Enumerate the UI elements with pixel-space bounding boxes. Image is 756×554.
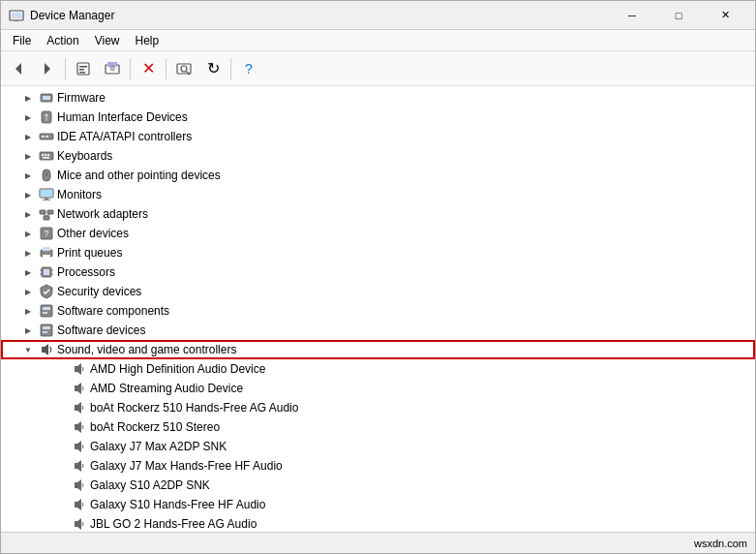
galaxy-s10-hf-label: Galaxy S10 Hands-Free HF Audio (90, 498, 265, 511)
expand-icon[interactable]: ▶ (20, 264, 36, 280)
main-content: ▶ Firmware ▶ Human Interface Devices ▶ (1, 86, 755, 532)
svg-rect-23 (45, 136, 48, 138)
expand-icon[interactable]: ▶ (20, 206, 36, 222)
expand-icon[interactable]: ▶ (20, 148, 36, 164)
app-icon (9, 8, 24, 23)
menu-help[interactable]: Help (128, 30, 167, 51)
svg-marker-63 (75, 460, 81, 472)
list-item[interactable]: Galaxy S10 A2DP SNK (1, 476, 755, 495)
print-label: Print queues (57, 246, 122, 260)
svg-marker-61 (75, 421, 81, 433)
list-item[interactable]: ▶ Print queues (1, 243, 755, 262)
galaxy-j7-snk-label: Galaxy J7 Max A2DP SNK (90, 440, 227, 453)
list-item[interactable]: ▶ Firmware (1, 88, 755, 108)
svg-rect-26 (45, 154, 46, 156)
expand-icon (53, 381, 69, 396)
expand-icon[interactable]: ▶ (20, 109, 36, 125)
device-manager-window: Device Manager ─ □ ✕ File Action View He… (0, 0, 756, 554)
list-item[interactable]: ▶ Keyboards (1, 146, 755, 166)
title-bar: Device Manager ─ □ ✕ (1, 1, 755, 30)
restore-button[interactable]: □ (656, 1, 701, 30)
expand-icon[interactable]: ▶ (20, 323, 36, 338)
back-button[interactable] (5, 55, 32, 82)
uninstall-button[interactable]: ✕ (135, 55, 162, 82)
sound-controllers-item[interactable]: ▼ Sound, video and game controllers (1, 340, 755, 359)
svg-rect-43 (43, 247, 50, 251)
expand-sound-icon[interactable]: ▼ (20, 342, 36, 357)
close-button[interactable]: ✕ (703, 1, 747, 30)
expand-icon[interactable]: ▶ (20, 303, 36, 319)
expand-icon (53, 477, 69, 493)
list-item[interactable]: ▶ Mice and other pointing devices (1, 166, 755, 185)
print-icon (39, 245, 54, 261)
list-item[interactable]: boAt Rockerz 510 Stereo (1, 417, 755, 437)
refresh-button[interactable]: ↻ (199, 55, 227, 82)
menu-file[interactable]: File (5, 30, 39, 51)
list-item[interactable]: ▶ Security devices (1, 282, 755, 301)
svg-rect-52 (43, 307, 50, 310)
list-item[interactable]: ▶ Software devices (1, 321, 755, 340)
list-item[interactable]: Galaxy J7 Max Hands-Free HF Audio (1, 456, 755, 476)
audio-device-icon (72, 458, 87, 474)
list-item[interactable]: ▶ Monitors (1, 185, 755, 204)
expand-icon[interactable]: ▶ (20, 226, 36, 241)
svg-marker-66 (75, 518, 81, 530)
expand-icon[interactable]: ▶ (20, 90, 36, 106)
svg-rect-34 (43, 200, 50, 200)
svg-marker-4 (15, 63, 21, 75)
list-item[interactable]: boAt Rockerz 510 Hands-Free AG Audio (1, 398, 755, 417)
scan-button[interactable] (170, 55, 197, 82)
help-button[interactable]: ? (235, 55, 262, 82)
amd-stream-label: AMD Streaming Audio Device (90, 382, 243, 395)
software-dev-label: Software devices (57, 323, 145, 337)
menu-view[interactable]: View (87, 30, 128, 51)
expand-icon[interactable]: ▶ (20, 187, 36, 202)
list-item[interactable]: ▶ ? Other devices (1, 224, 755, 243)
svg-point-19 (45, 114, 48, 117)
expand-icon (53, 400, 69, 416)
expand-icon (53, 516, 69, 532)
device-tree[interactable]: ▶ Firmware ▶ Human Interface Devices ▶ (1, 86, 755, 532)
expand-icon (53, 497, 69, 512)
forward-button[interactable] (34, 55, 61, 82)
svg-marker-64 (75, 479, 81, 491)
list-item[interactable]: AMD Streaming Audio Device (1, 379, 755, 398)
svg-rect-55 (43, 326, 50, 329)
list-item[interactable]: ▶ Software components (1, 301, 755, 321)
svg-rect-36 (47, 210, 53, 214)
list-item[interactable]: ▶ IDE ATA/ATAPI controllers (1, 127, 755, 146)
list-item[interactable]: Galaxy S10 Hands-Free HF Audio (1, 495, 755, 514)
svg-rect-37 (44, 216, 49, 220)
boat-510-ag-label: boAt Rockerz 510 Hands-Free AG Audio (90, 401, 298, 415)
security-icon (39, 284, 54, 299)
galaxy-s10-snk-label: Galaxy S10 A2DP SNK (90, 478, 210, 492)
minimize-button[interactable]: ─ (610, 1, 654, 30)
menu-action[interactable]: Action (39, 30, 86, 51)
properties-button[interactable] (70, 55, 97, 82)
expand-icon[interactable]: ▶ (20, 168, 36, 183)
svg-rect-53 (43, 312, 47, 314)
audio-device-icon (72, 381, 87, 396)
expand-icon[interactable]: ▶ (20, 129, 36, 144)
expand-icon[interactable]: ▶ (20, 245, 36, 261)
audio-device-icon (72, 361, 87, 377)
expand-icon[interactable]: ▶ (20, 284, 36, 299)
list-item[interactable]: Galaxy J7 Max A2DP SNK (1, 437, 755, 456)
svg-rect-9 (79, 72, 85, 74)
list-item[interactable]: AMD High Definition Audio Device (1, 359, 755, 379)
svg-text:⚙: ⚙ (109, 65, 115, 72)
list-item[interactable]: ▶ Network adapters (1, 204, 755, 224)
monitors-icon (39, 187, 54, 202)
list-item[interactable]: ▶ Human Interface Devices (1, 108, 755, 127)
update-driver-button[interactable]: ⚙ (99, 55, 126, 82)
svg-rect-22 (42, 136, 45, 138)
sound-label: Sound, video and game controllers (57, 343, 236, 356)
svg-rect-3 (14, 20, 19, 21)
list-item[interactable]: JBL GO 2 Hands-Free AG Audio (1, 514, 755, 532)
expand-icon (53, 439, 69, 454)
list-item[interactable]: ▶ Processors (1, 262, 755, 282)
svg-marker-65 (75, 499, 81, 510)
menu-bar: File Action View Help (1, 30, 755, 51)
software-comp-label: Software components (57, 304, 169, 318)
ide-icon (39, 129, 54, 144)
